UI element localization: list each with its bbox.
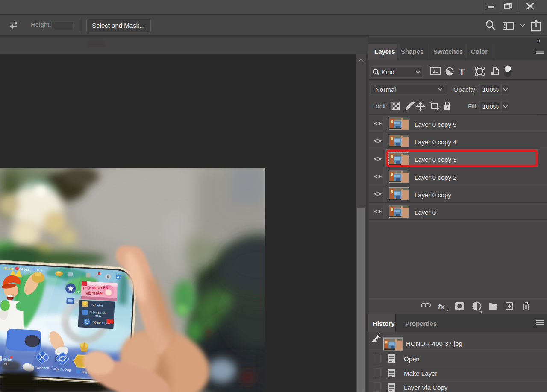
- svg-text:100%: 100%: [482, 103, 499, 110]
- svg-text:Swatches: Swatches: [433, 48, 463, 55]
- svg-text:Lock:: Lock:: [372, 102, 388, 110]
- svg-text:Shapes: Shapes: [401, 48, 423, 55]
- svg-text:Make Layer: Make Layer: [404, 370, 437, 377]
- svg-text:Layer 0 copy: Layer 0 copy: [415, 191, 451, 199]
- svg-text:Kind: Kind: [382, 68, 394, 76]
- svg-text:Layer 0: Layer 0: [415, 209, 436, 216]
- svg-text:HONOR-400-37.jpg: HONOR-400-37.jpg: [406, 340, 462, 347]
- svg-text:21.440: 21.440: [4, 266, 14, 271]
- svg-text:Normal: Normal: [375, 86, 396, 93]
- svg-text:Độ: Độ: [77, 290, 81, 293]
- svg-text:Select and Mask...: Select and Mask...: [92, 22, 144, 29]
- svg-text:fx: fx: [438, 303, 445, 311]
- svg-text:Opacity:: Opacity:: [453, 86, 477, 93]
- svg-text:Color: Color: [471, 48, 488, 55]
- svg-text:T: T: [459, 67, 465, 77]
- svg-text:100%: 100%: [482, 86, 499, 93]
- svg-text:Open: Open: [404, 355, 420, 363]
- svg-text:Properties: Properties: [405, 320, 437, 327]
- svg-text:THỬ NGUYÊN: THỬ NGUYÊN: [82, 285, 109, 290]
- svg-text:VỀ THẦN: VỀ THẦN: [85, 291, 103, 295]
- svg-text:Layer 0 copy 5: Layer 0 copy 5: [415, 121, 456, 128]
- svg-text:Layer 0 copy 4: Layer 0 copy 4: [415, 138, 456, 146]
- svg-text:Layers: Layers: [374, 48, 395, 55]
- svg-text:Fill:: Fill:: [468, 102, 478, 110]
- svg-text:Layer 0 copy 3: Layer 0 copy 3: [415, 156, 456, 163]
- svg-text:Layer 0 copy 2: Layer 0 copy 2: [415, 174, 456, 181]
- svg-text:Sự kiện: Sự kiện: [91, 303, 103, 307]
- svg-text:Height:: Height:: [31, 21, 51, 28]
- svg-text:History: History: [373, 320, 395, 327]
- svg-text:Layer Via Copy: Layer Via Copy: [404, 384, 448, 391]
